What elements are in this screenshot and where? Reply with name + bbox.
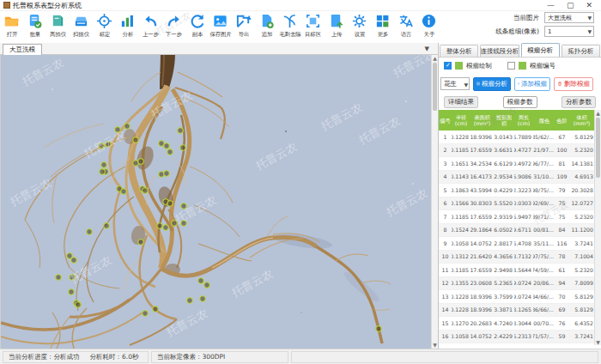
nodule-marker[interactable] [163,225,168,230]
nodule-marker[interactable] [133,161,138,166]
nodule-marker[interactable] [198,278,203,283]
maximize-button[interactable]: ▢ [567,1,574,9]
target-area-button[interactable]: 目标区 [301,11,325,43]
current-image-select[interactable]: 大豆洗根 ▼ [544,12,594,23]
table-cell: 59 [555,331,568,343]
table-row[interactable]: 120.135523.06085.23659.0724120/86...947.… [439,277,595,291]
subtab-nodule-params[interactable]: 根瘤参数 [503,96,537,108]
scroll-down-icon[interactable]: ▼ [595,339,601,345]
more-button[interactable]: 更多 [371,11,394,43]
nodule-marker[interactable] [376,326,381,331]
batch-button[interactable]: 批量 [23,11,46,43]
root-image-canvas[interactable]: 托普云农托普云农托普云农托普云农托普云农托普云农托普云农托普云农托普云农托普云农… [0,55,438,349]
close-button[interactable]: ✕ [586,1,592,9]
nodule-marker[interactable] [121,189,126,194]
nodule-marker[interactable] [76,302,81,307]
tab-segment-analysis[interactable]: 连接线段分析 [480,45,519,57]
nodule-marker[interactable] [56,275,61,280]
table-vertical-scrollbar[interactable]: ▲ ▼ [594,110,601,345]
tab-nodule-analysis[interactable]: 根瘤分析 [521,43,560,57]
nodule-marker[interactable] [187,298,192,303]
nodule-marker[interactable] [164,143,169,149]
table-cell: 70 [555,290,568,303]
table-row[interactable]: 60.156630.83035.552010.030392/69/...7512… [439,197,595,211]
table-row[interactable]: 90.105814.07522.88176.4708135/11...1163.… [439,237,595,251]
nodule-marker[interactable] [133,137,138,143]
nodule-marker[interactable] [87,229,92,234]
nodule-marker[interactable] [180,145,185,150]
nodule-marker[interactable] [138,240,143,245]
undo-button[interactable]: 上一步 [139,11,162,43]
table-row[interactable]: 50.186343.599410.422912.322398/75/...792… [439,184,595,197]
table-row[interactable]: 140.122818.93963.38718.126586/66/...695.… [439,304,595,318]
table-row[interactable]: 40.114316.41732.95346.9086131/10...1094.… [439,171,595,185]
about-button[interactable]: 关于 [417,11,440,43]
subtab-detailed-results[interactable]: 详细结果 [444,96,478,108]
nodule-number-checkbox[interactable] [507,62,515,70]
nodule-marker[interactable] [138,159,143,164]
nodule-marker[interactable] [200,296,205,301]
table-row[interactable]: 110.118517.65592.94988.564474/59/...615.… [439,264,595,277]
nodule-marker[interactable] [159,141,164,146]
nodule-marker[interactable] [178,128,183,133]
nodule-marker[interactable] [167,201,173,206]
nodule-table: 编号半径(cm)表面积(mm²)投影面积周长(cm)颜色色阶体积(mm³) 10… [439,110,601,349]
nodule-marker[interactable] [71,258,76,263]
export-button[interactable]: 导出 [232,11,255,43]
scroll-up-icon[interactable]: ▲ [432,55,438,62]
nodule-marker[interactable] [143,188,148,193]
scroll-down-icon[interactable]: ▼ [432,342,438,349]
deburr-button[interactable]: 毛刺去除 [278,11,301,43]
scrollbar-thumb[interactable] [433,63,437,111]
table-row[interactable]: 80.152429.18646.05029.6711100/81...8411.… [439,224,595,238]
nodule-marker[interactable] [153,306,158,312]
append-button[interactable]: 追加 [255,11,278,43]
nodule-marker[interactable] [143,311,148,316]
nodule-marker[interactable] [100,169,105,174]
image-tab[interactable]: 大豆洗根 [3,44,42,55]
nodule-marker[interactable] [157,223,162,228]
nodule-marker[interactable] [67,253,72,258]
upload-button[interactable]: 上传 [325,11,348,43]
minimize-button[interactable]: — [547,1,555,9]
table-row[interactable]: 150.127020.26834.72408.3044100/70...766.… [439,317,595,331]
scrollbar-thumb[interactable] [596,118,600,178]
open-button[interactable]: 打开 [0,11,23,43]
nodule-marker[interactable] [101,162,106,167]
tab-list-dropdown[interactable]: ▼ [425,46,429,52]
copy-button[interactable]: 副本 [185,11,209,43]
nodule-analyze-button[interactable]: 根瘤分析 [473,77,511,91]
table-row[interactable]: 130.122818.93963.75999.072484/66/...705.… [439,290,595,304]
nodule-marker[interactable] [69,289,74,294]
language-button[interactable]: 语言 [394,11,417,43]
table-row[interactable]: 10.122818.93963.01436.788985/62/...675.8… [439,130,595,144]
scanner-button[interactable]: 扫描仪 [70,11,93,43]
nodule-marker[interactable] [204,282,209,288]
settings-button[interactable]: 设置 [348,11,371,43]
nodule-marker[interactable] [164,171,169,176]
doc-camera-button[interactable]: 高拍仪 [46,11,70,43]
subtab-analysis-params[interactable]: 分析参数 [562,96,596,108]
redo-button[interactable]: 下一步 [162,11,185,43]
tab-topology-analysis[interactable]: 拓扑分析 [562,45,600,57]
save-image-button[interactable]: 保存图片 [209,11,232,43]
delete-nodule-button[interactable]: 删除根瘤 [554,77,593,91]
table-row[interactable]: 100.131221.64204.36568.713297/75/...787.… [439,251,595,264]
nodule-marker[interactable] [104,223,109,228]
table-row[interactable]: 70.118517.65592.93196.949789/71/...755.2… [439,210,595,224]
table-row[interactable]: 30.165134.25346.612910.497296/77/...8114… [439,157,595,171]
nodule-marker[interactable] [159,172,164,177]
nodule-marker[interactable] [124,124,130,129]
image-vertical-scrollbar[interactable]: ▲ ▼ [431,55,438,349]
table-row[interactable]: 160.105814.07522.42296.231371/57/...593.… [439,331,595,344]
tab-overall-analysis[interactable]: 整体分析 [440,45,478,57]
calibrate-button[interactable]: 标定 [93,11,116,43]
table-row[interactable]: 20.118517.65593.66319.4727121/97...1005.… [439,144,595,158]
line-width-select[interactable]: 1 ▼ [544,26,594,37]
scroll-up-icon[interactable]: ▲ [595,110,601,116]
species-select[interactable]: 花生 ▼ [440,77,470,90]
analyze-button[interactable]: 分析 [116,11,139,43]
nodule-marker[interactable] [167,149,173,155]
add-nodule-button[interactable]: 添加根瘤 [514,77,550,91]
nodule-draw-checkbox[interactable] [444,62,452,70]
